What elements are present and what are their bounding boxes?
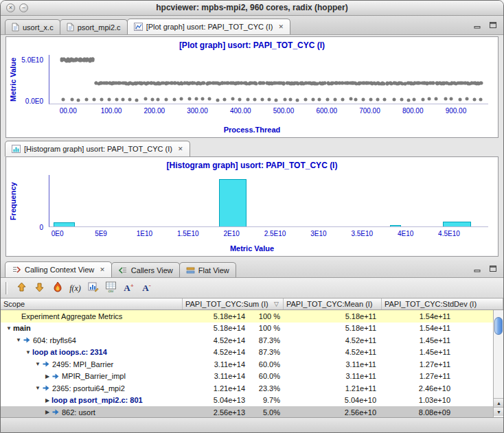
scope-label: 862: usort bbox=[62, 408, 95, 417]
titlebar: × − hpcviewer: mpbs-mpi2, 960 cores, rad… bbox=[1, 1, 503, 16]
disclosure-collapsed-icon[interactable]: ▶ bbox=[43, 397, 51, 403]
flat-icon bbox=[186, 266, 195, 274]
column-header-label: Scope bbox=[3, 300, 179, 308]
scatter-point bbox=[479, 82, 483, 85]
disclosure-expanded-icon[interactable]: ▼ bbox=[24, 349, 32, 355]
sum-value: 4.52e+14 bbox=[183, 348, 251, 356]
close-tab-button[interactable]: ✕ bbox=[100, 266, 105, 273]
scatter-point bbox=[341, 98, 345, 102]
tab-histogram-graph[interactable]: [Histogram graph] usort: PAPI_TOT_CYC (I… bbox=[5, 141, 190, 156]
scatter-point bbox=[128, 97, 132, 101]
stddev-value: 1.45e+11 bbox=[382, 336, 493, 344]
column-header-papi-tot-cyc-stddev-i[interactable]: PAPI_TOT_CYC:StdDev (I) bbox=[382, 299, 503, 309]
stddev-value: 1.54e+11 bbox=[382, 312, 493, 320]
tree-row-main[interactable]: ▼main5.18e+14100 %5.18e+111.54e+11 bbox=[1, 323, 493, 335]
sum-percent: 100 % bbox=[251, 312, 284, 320]
scatter-point bbox=[333, 98, 336, 102]
scroll-down-button[interactable]: ▼ bbox=[494, 407, 503, 416]
histogram-plot-area[interactable] bbox=[49, 175, 488, 227]
sum-value: 4.52e+14 bbox=[183, 336, 251, 344]
scatter-point bbox=[188, 97, 192, 101]
down-arrow-icon bbox=[34, 281, 45, 295]
mean-value: 4.52e+11 bbox=[284, 348, 382, 356]
axis-tick-label: 400.00 bbox=[230, 107, 251, 115]
scatter-point bbox=[466, 97, 469, 101]
font-decrease-icon: A- bbox=[142, 282, 150, 294]
scatter-point bbox=[238, 98, 242, 102]
histogram-y-ticks: 0 bbox=[6, 175, 46, 227]
tree-row-loop-at-ioops-c-2314[interactable]: ▼loop at ioops.c: 23144.52e+1487.3%4.52e… bbox=[1, 347, 493, 359]
tree-row-862-usort[interactable]: ▶862: usort2.56e+135.0%2.56e+108.08e+09 bbox=[1, 406, 493, 417]
column-header-scope[interactable]: Scope bbox=[1, 299, 183, 309]
tree-row-604-rbyfls64[interactable]: ▼604: rbyfls644.52e+1487.3%4.52e+111.45e… bbox=[1, 334, 493, 347]
scope-cell: ▼604: rbyfls64 bbox=[1, 336, 183, 344]
tab-usort-x-c[interactable]: usort_x.c bbox=[5, 19, 60, 34]
scatter-point bbox=[479, 98, 483, 102]
tab-callers-view[interactable]: Callers View bbox=[111, 262, 180, 277]
minimize-view-area-button[interactable] bbox=[471, 264, 483, 274]
mean-value: 3.11e+11 bbox=[284, 372, 382, 380]
axis-tick-label: 5.0E10 bbox=[21, 56, 43, 64]
callsite-icon bbox=[23, 336, 31, 344]
scatter-point bbox=[354, 98, 357, 102]
disclosure-expanded-icon[interactable]: ▼ bbox=[14, 337, 23, 343]
font-size-glyph: A- bbox=[142, 283, 150, 293]
column-header-papi-tot-cyc-mean-i[interactable]: PAPI_TOT_CYC:Mean (I) bbox=[284, 299, 382, 309]
disclosure-expanded-icon[interactable]: ▼ bbox=[34, 361, 42, 367]
table-header: ScopePAPI_TOT_CYC:Sum (I)▽PAPI_TOT_CYC:M… bbox=[1, 299, 503, 310]
tab-psort-mpi2-c[interactable]: psort_mpi2.c bbox=[60, 19, 128, 34]
histogram-bar bbox=[390, 225, 401, 226]
tree-row-loop-at-psort-mpi2-c-801[interactable]: ▶loop at psort_mpi2.c: 8015.04e+139.7%5.… bbox=[1, 395, 493, 407]
callsite-icon bbox=[51, 408, 60, 416]
scroll-up-button[interactable]: ▲ bbox=[494, 398, 503, 407]
scatter-point bbox=[201, 97, 205, 101]
zoom-out-button[interactable] bbox=[32, 280, 47, 296]
font-size-glyph: A+ bbox=[124, 283, 134, 293]
scatter-point bbox=[325, 98, 329, 102]
tab-flat-view[interactable]: Flat View bbox=[179, 262, 236, 277]
minimize-editor-area-button[interactable] bbox=[471, 20, 483, 30]
axis-tick-label: 5E9 bbox=[95, 230, 107, 237]
sort-indicator-icon: ▽ bbox=[274, 301, 279, 307]
vertical-scrollbar[interactable]: ▲ ▼ bbox=[493, 310, 503, 417]
graph-metrics-button[interactable] bbox=[85, 280, 101, 296]
hot-path-button[interactable] bbox=[49, 280, 65, 296]
tree-row-2495-mpi-barrier[interactable]: ▼2495: MPI_Barrier3.11e+1460.0%3.11e+111… bbox=[1, 358, 493, 371]
zoom-in-button[interactable] bbox=[14, 280, 30, 296]
tree-row-experiment-aggregate-metrics[interactable]: Experiment Aggregate Metrics5.18e+14100 … bbox=[1, 310, 493, 323]
close-tab-button[interactable]: ✕ bbox=[278, 23, 284, 30]
tab-plot-graph-usort-papi-tot-cyc-i[interactable]: [Plot graph] usort: PAPI_TOT_CYC (I)✕ bbox=[127, 19, 290, 34]
disclosure-expanded-icon[interactable]: ▼ bbox=[5, 325, 13, 331]
scrollbar-thumb[interactable] bbox=[494, 317, 503, 335]
decrease-font-button[interactable]: A- bbox=[139, 280, 154, 296]
scatter-point bbox=[473, 98, 477, 102]
export-csv-button[interactable]: csv bbox=[103, 280, 119, 296]
axis-tick-label: 200.00 bbox=[144, 107, 165, 115]
close-tab-button[interactable]: ✕ bbox=[178, 145, 183, 152]
toolbar-drag-handle[interactable] bbox=[5, 282, 8, 294]
sum-value: 5.04e+13 bbox=[183, 396, 251, 404]
scatter-plot-area[interactable] bbox=[49, 55, 488, 104]
scatter-point bbox=[383, 97, 387, 101]
increase-font-button[interactable]: A+ bbox=[121, 280, 137, 296]
hpcviewer-window: × − hpcviewer: mpbs-mpi2, 960 cores, rad… bbox=[0, 0, 504, 433]
scope-cell: ▼main bbox=[1, 324, 183, 332]
derived-metric-button[interactable]: f(x) bbox=[67, 280, 83, 296]
maximize-editor-area-button[interactable] bbox=[487, 20, 499, 30]
tree-row-2365-psortui64-mpi2[interactable]: ▼2365: psortui64_mpi21.21e+1423.3%1.21e+… bbox=[1, 382, 493, 395]
callsite-icon bbox=[42, 360, 50, 368]
histogram-bar bbox=[443, 222, 471, 227]
column-header-papi-tot-cyc-sum-i[interactable]: PAPI_TOT_CYC:Sum (I)▽ bbox=[183, 299, 284, 309]
callers-icon bbox=[118, 266, 128, 274]
tree-row-mpir-barrier-impl[interactable]: ▶MPIR_Barrier_impl3.11e+1460.0%3.11e+111… bbox=[1, 371, 493, 383]
sum-cell: 1.21e+1423.3% bbox=[183, 384, 284, 393]
scatter-point bbox=[376, 98, 379, 102]
tab-calling-context-view[interactable]: Calling Context View✕ bbox=[5, 261, 112, 277]
maximize-view-area-button[interactable] bbox=[487, 264, 499, 274]
stddev-value: 1.03e+10 bbox=[382, 396, 493, 404]
graph-metrics-icon bbox=[88, 282, 99, 294]
disclosure-collapsed-icon[interactable]: ▶ bbox=[43, 409, 51, 415]
scatter-point bbox=[91, 58, 94, 62]
disclosure-expanded-icon[interactable]: ▼ bbox=[34, 385, 42, 391]
disclosure-collapsed-icon[interactable]: ▶ bbox=[43, 373, 51, 379]
